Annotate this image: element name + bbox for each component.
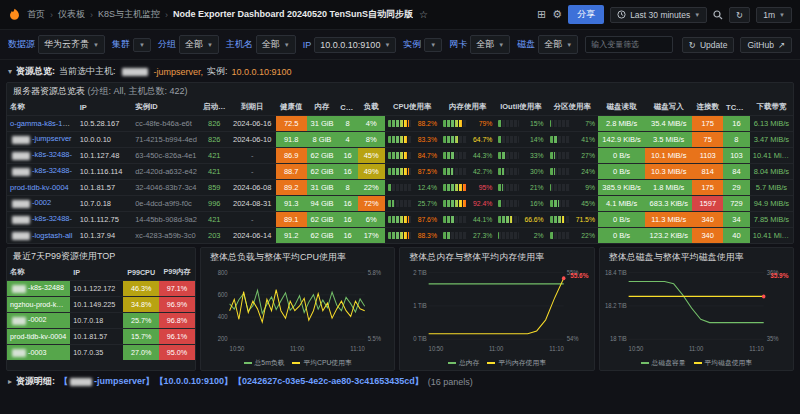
- legend-item[interactable]: 总磁盘容量: [641, 358, 686, 368]
- column-header[interactable]: 分区使用率: [547, 100, 598, 115]
- host-name-link[interactable]: -k8s-32488-: [32, 214, 72, 223]
- table-row: -000310.7.0.3527.0%95.0%: [7, 344, 195, 360]
- column-header[interactable]: 磁盘读取: [598, 100, 645, 115]
- column-header[interactable]: IP: [77, 100, 132, 115]
- column-header[interactable]: 连接数: [692, 100, 723, 115]
- variable-value-dropdown[interactable]: 全部▼: [538, 35, 578, 54]
- tcp-tw-cell: 729: [723, 195, 750, 211]
- column-header[interactable]: 名称: [7, 100, 77, 115]
- chart-plot-area[interactable]: 8006004002005.8%5.5%10:5011:0011:10: [204, 266, 391, 357]
- gauge-value: 33%: [522, 152, 544, 159]
- column-header[interactable]: 内存: [307, 100, 338, 115]
- row-overview-header[interactable]: ▾ 资源总览: 当前选中主机: -jumpserver, 实例: 10.0.0.…: [6, 64, 794, 79]
- memory-cell: 94 GiB: [307, 195, 338, 211]
- host-name-cell[interactable]: -0003: [7, 344, 70, 360]
- row-detail-header[interactable]: ▸ 资源明细: 【-jumpserver】【10.0.0.10:9100】【02…: [6, 374, 794, 389]
- svg-text:18.2 TiB: 18.2 TiB: [605, 302, 627, 309]
- settings-gear-icon[interactable]: ⚙: [552, 8, 562, 21]
- host-name-link[interactable]: -k8s-32488-: [32, 166, 72, 175]
- host-name-cell[interactable]: -k8s-32488: [7, 280, 70, 296]
- host-name-link[interactable]: -0003: [28, 348, 46, 357]
- column-header[interactable]: IOutil使用率: [495, 100, 546, 115]
- breadcrumb-item[interactable]: 仪表板: [58, 8, 85, 21]
- chart-plot-area[interactable]: 18.4 TiB18.2 TiB18 TiB36%35%10:5011:0011…: [603, 266, 790, 357]
- column-header[interactable]: IP: [70, 265, 123, 280]
- column-header[interactable]: CPU使用率: [385, 100, 440, 115]
- variable-filter-input[interactable]: [585, 36, 673, 53]
- host-name-link[interactable]: prod-tidb-kv-0004: [10, 332, 66, 341]
- host-name-link[interactable]: prod-tidb-kv-0004: [10, 183, 69, 192]
- breadcrumb-item[interactable]: K8S与主机监控: [98, 8, 160, 21]
- lcd-gauge: [550, 216, 570, 223]
- column-header[interactable]: 磁盘写入: [645, 100, 692, 115]
- column-header[interactable]: CPU: [337, 100, 358, 115]
- chart-title[interactable]: 整体总负载与整体平均CPU使用率: [204, 249, 391, 266]
- variable-value-dropdown[interactable]: 全部▼: [179, 35, 219, 54]
- host-name-cell[interactable]: -0002: [7, 312, 70, 328]
- github-link-button[interactable]: GitHub ↗: [740, 37, 792, 53]
- variable-value-dropdown[interactable]: ▼: [424, 38, 442, 52]
- host-name-link[interactable]: -0002: [32, 198, 51, 207]
- host-name-cell[interactable]: prod-tidb-kv-0004: [7, 328, 70, 344]
- share-button[interactable]: 分享: [568, 5, 604, 24]
- breadcrumb-item[interactable]: 首页: [27, 8, 45, 21]
- host-name-link[interactable]: o-gamma-k8s-16235: [10, 119, 77, 128]
- column-header[interactable]: 内存使用率: [440, 100, 495, 115]
- host-name-link[interactable]: -0002: [28, 315, 46, 324]
- variable-value-dropdown[interactable]: 华为云齐贵▼: [38, 35, 105, 54]
- column-header[interactable]: P99CPU: [123, 265, 159, 280]
- panel-title-server-table[interactable]: 服务器资源总览表 (分组: All, 主机总数: 422): [7, 83, 793, 100]
- variable-current-value: 10.0.0.10:9100: [320, 40, 380, 50]
- variable-value-dropdown[interactable]: ▼: [133, 38, 151, 52]
- column-header[interactable]: 启动时长: [200, 100, 229, 115]
- column-header[interactable]: 名称: [7, 265, 70, 280]
- chevron-down-icon: ▼: [284, 42, 290, 48]
- host-name-cell[interactable]: ngzhou-prod-k8s-1: [7, 296, 70, 312]
- column-header[interactable]: 下载带宽: [750, 100, 793, 115]
- redacted-hostname: [122, 68, 148, 76]
- bandwidth-cell: 10.41 MiB/s: [750, 147, 793, 163]
- column-header[interactable]: TCP_tw: [723, 100, 750, 115]
- panel-title-p99[interactable]: 最近7天P99资源使用TOP: [7, 248, 195, 265]
- column-header[interactable]: 健康值: [276, 100, 307, 115]
- host-name-link[interactable]: ngzhou-prod-k8s-1: [10, 300, 70, 309]
- legend-item[interactable]: 总内存: [448, 358, 479, 368]
- memory-cell: 62 GiB: [307, 163, 338, 179]
- zoom-out-icon[interactable]: [713, 10, 723, 20]
- chart-plot-area[interactable]: 2 TiB1 TiB0 TiB55%54%10:5011:0011:1055.6…: [403, 266, 590, 357]
- refresh-button[interactable]: ↻: [729, 7, 750, 23]
- p99-cpu-cell: 46.3%: [123, 280, 159, 296]
- grafana-logo-icon[interactable]: [8, 8, 21, 21]
- refresh-interval-dropdown[interactable]: 1m ▼: [756, 7, 792, 23]
- chart-title[interactable]: 整体总内存与整体平均内存使用率: [403, 249, 590, 266]
- column-header[interactable]: 负载: [358, 100, 385, 115]
- host-name-link[interactable]: -k8s-32488-: [32, 150, 72, 159]
- column-header[interactable]: 到期日: [229, 100, 276, 115]
- variable-current-value: 华为云齐贵: [44, 38, 89, 51]
- instance-id-cell: d2-420d-a632-e42: [132, 163, 200, 179]
- host-name-link[interactable]: -k8s-32488: [28, 283, 64, 292]
- lcd-gauge-cell: 88.2%: [385, 115, 440, 131]
- variable-value-dropdown[interactable]: 10.0.0.10:9100▼: [314, 37, 396, 53]
- server-table: 名称IP实例ID启动时长到期日健康值内存CPU负载CPU使用率内存使用率IOut…: [7, 100, 793, 243]
- tcp-tw-cell: 40: [723, 227, 750, 243]
- cpu-count-cell: 16: [337, 195, 358, 211]
- update-link-button[interactable]: ↻ Update: [682, 37, 735, 53]
- breadcrumb-item[interactable]: Node Exporter Dashboard 20240520 TenSunS…: [173, 8, 413, 21]
- legend-item[interactable]: 平均磁盘使用率: [694, 358, 753, 368]
- variable-value-dropdown[interactable]: 全部▼: [470, 35, 510, 54]
- column-header[interactable]: P99内存: [159, 265, 195, 280]
- host-name-link[interactable]: -jumpserver: [32, 134, 72, 143]
- chart-legend: 总磁盘容量平均磁盘使用率: [603, 357, 790, 368]
- add-panel-icon[interactable]: ⊞: [537, 8, 546, 21]
- legend-item[interactable]: 总5m负载: [244, 358, 285, 368]
- variable-网卡: 网卡全部▼: [449, 35, 510, 54]
- variable-value-dropdown[interactable]: 全部▼: [256, 35, 296, 54]
- legend-item[interactable]: 平均CPU使用率: [292, 358, 351, 368]
- host-name-link[interactable]: -logstash-all: [32, 231, 72, 240]
- chart-title[interactable]: 整体总磁盘与整体平均磁盘使用率: [603, 249, 790, 266]
- column-header[interactable]: 实例ID: [132, 100, 200, 115]
- favorite-star-icon[interactable]: ☆: [419, 9, 428, 20]
- time-range-picker[interactable]: Last 30 minutes ▼: [610, 7, 707, 23]
- legend-item[interactable]: 平均内存使用率: [487, 358, 546, 368]
